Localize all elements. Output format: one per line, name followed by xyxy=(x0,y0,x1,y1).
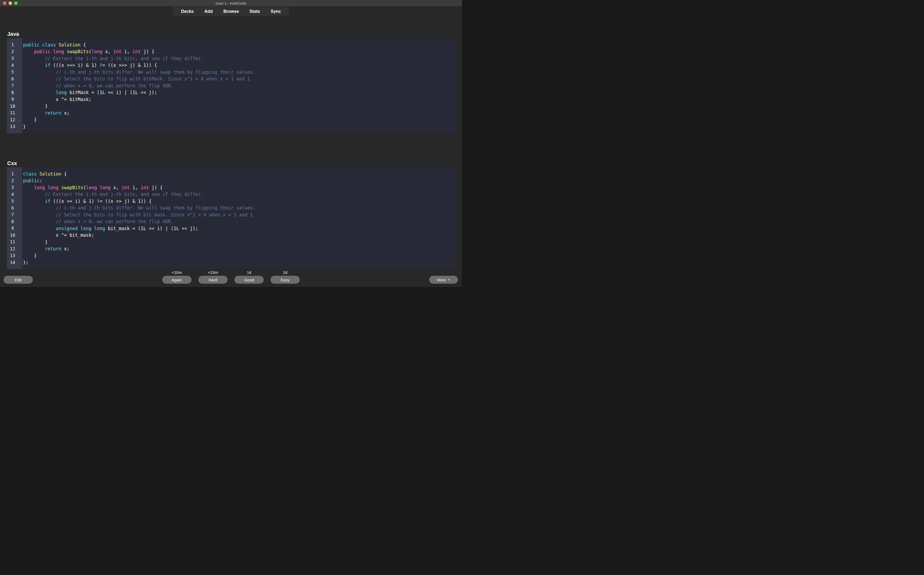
code-text: // when x = 0, we can perform the flip X… xyxy=(22,83,174,89)
line-number: 5 xyxy=(7,199,22,203)
interval-label-easy: 2d xyxy=(271,270,300,275)
nav-item-sync[interactable]: Sync xyxy=(271,9,281,14)
code-text: if (((x >>> i) & 1) != ((x >>> j) & 1)) … xyxy=(22,62,157,68)
code-line: 11 } xyxy=(7,238,456,246)
code-text: // when x = 0, we can perform the flip X… xyxy=(22,219,174,224)
line-number: 11 xyxy=(7,110,22,116)
line-number: 12 xyxy=(7,246,22,251)
answer-buttons-row: Again Hard Good Easy xyxy=(162,276,300,284)
line-number: 7 xyxy=(7,83,22,88)
code-line: 14}; xyxy=(7,259,456,266)
line-number: 1 xyxy=(7,171,22,176)
line-number: 13 xyxy=(7,124,22,129)
hard-button[interactable]: Hard xyxy=(198,276,228,284)
code-text: if (((x >> i) & 1) != ((x >> j) & 1)) { xyxy=(22,199,151,204)
easy-button[interactable]: Easy xyxy=(271,276,300,284)
code-line: 6 // Select the bits to flip with bitMas… xyxy=(7,76,456,83)
code-line: 8 long bitMask = (1L << i) | (1L << j); xyxy=(7,89,456,96)
code-text: // i-th and j-th bits differ. We will sw… xyxy=(22,205,256,211)
line-number: 11 xyxy=(7,240,22,245)
code-line: 8 // when x = 0, we can perform the flip… xyxy=(7,218,456,225)
good-button[interactable]: Good xyxy=(234,276,264,284)
nav-item-decks[interactable]: Decks xyxy=(181,9,194,14)
chevron-down-icon: ▼ xyxy=(448,279,450,281)
code-line: 7 // when x = 0, we can perform the flip… xyxy=(7,82,456,89)
line-number: 9 xyxy=(7,226,22,231)
line-number: 6 xyxy=(7,76,22,81)
code-line: 11 return x; xyxy=(7,110,456,116)
code-line: 4 if (((x >>> i) & 1) != ((x >>> j) & 1)… xyxy=(7,62,456,69)
code-line: 9 unsigned long long bit_mask = (1L << i… xyxy=(7,225,456,232)
code-text: long long swapBits(long long x, int i, i… xyxy=(22,185,162,190)
line-number: 13 xyxy=(7,253,22,258)
code-line: 13} xyxy=(7,123,456,130)
nav-item-browse[interactable]: Browse xyxy=(223,9,239,14)
close-window-button[interactable] xyxy=(3,2,6,5)
line-number: 2 xyxy=(7,49,22,54)
card-field-heading-cxx: Cxx xyxy=(7,160,17,166)
nav-item-stats[interactable]: Stats xyxy=(249,9,260,14)
ankicode-window: User 1 - AnkiCode Decks Add Browse Stats… xyxy=(0,0,462,288)
code-text: public: xyxy=(22,178,42,183)
code-line: 6 // i-th and j-th bits differ. We will … xyxy=(7,205,456,211)
code-text: x ^= bit_mask; xyxy=(22,232,94,238)
line-number: 2 xyxy=(7,178,22,183)
code-line: 1public class Solution { xyxy=(7,41,456,48)
code-text: // i-th and j-th bits differ. We will sw… xyxy=(22,70,256,75)
code-line: 10 x ^= bit_mask; xyxy=(7,232,456,239)
code-text: long bitMask = (1L << i) | (1L << j); xyxy=(22,90,157,95)
line-number: 8 xyxy=(7,219,22,224)
line-number: 3 xyxy=(7,185,22,190)
code-line: 12 return x; xyxy=(7,246,456,253)
code-text: // Extract the i-th and j-th bits, and s… xyxy=(22,192,204,197)
interval-labels-row: <10m <15m 1d 2d xyxy=(162,270,300,275)
minimize-window-button[interactable] xyxy=(8,2,12,5)
code-text: // Extract the i-th and j-th bits, and s… xyxy=(22,56,204,61)
window-title: User 1 - AnkiCode xyxy=(216,2,247,5)
line-number: 6 xyxy=(7,205,22,211)
java-code-block: 1public class Solution {2 public long sw… xyxy=(7,38,456,133)
code-text: class Solution { xyxy=(22,171,67,176)
card-field-heading-java: Java xyxy=(7,31,19,37)
nav-item-add[interactable]: Add xyxy=(204,9,213,14)
code-text: } xyxy=(22,103,48,109)
code-line: 1class Solution { xyxy=(7,170,456,178)
code-text: unsigned long long bit_mask = (1L << i) … xyxy=(22,226,198,231)
line-number: 3 xyxy=(7,56,22,61)
code-line: 3 long long swapBits(long long x, int i,… xyxy=(7,184,456,191)
again-button[interactable]: Again xyxy=(162,276,192,284)
code-text: return x; xyxy=(22,110,70,116)
code-text: }; xyxy=(22,260,28,265)
code-line: 5 // i-th and j-th bits differ. We will … xyxy=(7,69,456,76)
code-line: 5 if (((x >> i) & 1) != ((x >> j) & 1)) … xyxy=(7,198,456,205)
code-line: 2 public long swapBits(long x, int i, in… xyxy=(7,48,456,55)
titlebar[interactable]: User 1 - AnkiCode xyxy=(0,0,462,7)
code-text: } xyxy=(22,253,37,258)
code-text: // Select the bits to flip with bit_mask… xyxy=(22,212,253,218)
code-text: } xyxy=(22,124,25,129)
line-number: 4 xyxy=(7,63,22,68)
code-line: 4 // Extract the i-th and j-th bits, and… xyxy=(7,191,456,198)
code-line: 7 // Select the bits to flip with bit_ma… xyxy=(7,211,456,218)
code-line: 2public: xyxy=(7,178,456,184)
code-text: } xyxy=(22,240,48,245)
traffic-lights xyxy=(3,2,18,5)
code-text: // Select the bits to flip with bitMask.… xyxy=(22,76,250,81)
edit-button[interactable]: Edit xyxy=(3,276,33,284)
code-line: 13 } xyxy=(7,252,456,259)
cxx-code-block: 1class Solution {2public:3 long long swa… xyxy=(7,167,456,269)
more-button-label: More xyxy=(437,278,446,282)
line-number: 10 xyxy=(7,104,22,109)
line-number: 10 xyxy=(7,233,22,238)
line-number: 4 xyxy=(7,192,22,197)
more-button[interactable]: More ▼ xyxy=(429,276,458,284)
code-text: } xyxy=(22,117,37,122)
zoom-window-button[interactable] xyxy=(14,2,18,5)
code-text: x ^= bitMask; xyxy=(22,97,91,102)
main-navbar: Decks Add Browse Stats Sync xyxy=(173,7,289,16)
line-number: 1 xyxy=(7,42,22,47)
line-number: 5 xyxy=(7,70,22,75)
line-number: 7 xyxy=(7,212,22,217)
interval-label-good: 1d xyxy=(234,270,264,275)
code-line: 9 x ^= bitMask; xyxy=(7,96,456,103)
